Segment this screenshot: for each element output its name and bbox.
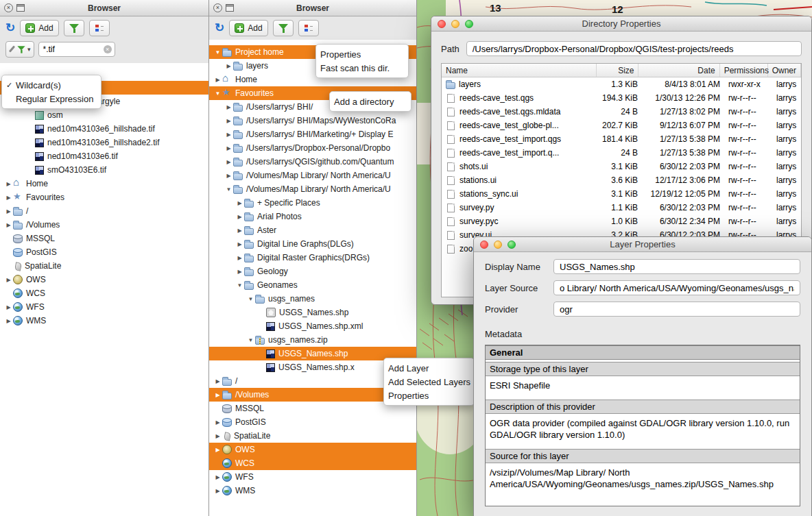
expander[interactable]: ▶ [4, 318, 13, 324]
expander[interactable]: ▶ [235, 255, 244, 261]
minimize-window-icon[interactable] [494, 241, 502, 249]
tree-item[interactable]: ▶ OWS [0, 273, 208, 286]
filter-input[interactable] [43, 45, 104, 54]
collapse-tree-button[interactable] [89, 20, 110, 36]
expander[interactable]: ▶ [235, 214, 244, 220]
tree-item[interactable]: ▶ /Users/larrys/ BHI/Maps/WyWestonCoRa [209, 114, 416, 127]
collapse-tree-button[interactable] [298, 20, 319, 36]
column-header-permissions[interactable]: Permissions [720, 64, 768, 77]
add-button[interactable]: Add [20, 20, 58, 36]
tree-item[interactable]: ▶ Geology [209, 265, 416, 278]
file-row[interactable]: shots.ui 3.1 KiB 6/30/12 2:03 PM rw-r--r… [442, 160, 801, 173]
expander[interactable]: ▶ [4, 277, 13, 283]
tree-item[interactable]: MSSQL [0, 232, 208, 245]
tree-item[interactable]: USGS_Names.shp.xml [209, 319, 416, 333]
tree-item[interactable]: ▶ /Users/larrys/ BHI/Marketing/+ Display… [209, 127, 416, 141]
tree-item[interactable]: ▶ Favourites [0, 191, 208, 204]
tree-item[interactable]: PostGIS [0, 245, 208, 259]
file-row[interactable]: survey.pyc 1.0 KiB 6/30/12 2:34 PM rw-r-… [442, 214, 801, 228]
float-window-icon[interactable] [16, 4, 25, 12]
expander[interactable]: ▼ [246, 337, 255, 343]
menu-item[interactable]: Fast scan this dir. [316, 61, 408, 75]
tree-item[interactable]: ▶ OWS [209, 443, 416, 456]
tree-item[interactable]: ▼ usgs_names.zip [209, 333, 416, 347]
float-window-icon[interactable] [226, 4, 234, 12]
zoom-window-icon[interactable] [465, 20, 473, 28]
tree-item[interactable]: ▶ WMS [0, 314, 208, 328]
clear-filter-icon[interactable] [104, 45, 112, 53]
expander[interactable]: ▶ [4, 304, 13, 310]
close-icon[interactable] [213, 3, 222, 12]
close-icon[interactable] [4, 3, 13, 12]
expander[interactable]: ▶ [224, 63, 233, 69]
tree-item[interactable]: smO43103E6.tif [0, 163, 208, 177]
tree-item[interactable]: ▶ Arial Photos [209, 210, 416, 223]
expander[interactable]: ▶ [235, 241, 244, 247]
close-window-icon[interactable] [438, 20, 446, 28]
expander[interactable]: ▶ [4, 222, 13, 228]
tree-item[interactable]: ▼ /Volumes/Map Library/ North America/U [209, 182, 416, 196]
expander[interactable]: ▶ [224, 145, 233, 151]
zoom-window-icon[interactable] [508, 241, 516, 249]
expander[interactable]: ▶ [224, 118, 233, 124]
tree-item[interactable]: ▶ WFS [209, 470, 416, 484]
expander[interactable]: ▶ [213, 474, 222, 480]
tree-item[interactable]: ▶ /Volumes/Map Library/ North America/U [209, 169, 416, 182]
menu-item[interactable]: Add Layer [384, 361, 474, 375]
tree-item[interactable]: ned10m43103e6_hillshade.tif [0, 122, 208, 136]
expander[interactable]: ▼ [224, 186, 233, 193]
file-row[interactable]: reeds-cave_test.qgs.mldata 24 B 1/27/13 … [442, 105, 801, 119]
expander[interactable]: ▶ [4, 195, 13, 201]
filter-options-button[interactable]: ▾ [5, 41, 34, 58]
file-row[interactable]: reeds-cave_test_import.q... 24 B 1/27/13… [442, 146, 801, 160]
menu-item[interactable]: ✓ Wildcard(s) [2, 78, 101, 92]
filter-button[interactable] [273, 20, 294, 36]
field-input[interactable] [553, 280, 800, 295]
tree-item[interactable]: ▶ /Users/larrys/QGIS/github.com/Quantum [209, 155, 416, 169]
close-window-icon[interactable] [480, 241, 488, 249]
column-header-name[interactable]: Name [442, 64, 597, 77]
tree-item[interactable]: ned10m43103e6_hillshade2.tif [0, 136, 208, 149]
tree-item[interactable]: ▶ Digital Raster Graphics(DRGs) [209, 251, 416, 265]
expander[interactable]: ▼ [235, 282, 244, 288]
tree-item[interactable]: ▶ WMS [209, 484, 416, 497]
expander[interactable]: ▶ [213, 419, 222, 426]
file-row[interactable]: reeds-cave_test_globe-pl... 202.7 KiB 9/… [442, 119, 801, 132]
tree-item[interactable]: ▶ WFS [0, 300, 208, 314]
filter-button[interactable] [64, 20, 84, 36]
expander[interactable]: ▶ [224, 104, 233, 110]
tree-item[interactable]: ▶ Home [0, 177, 208, 191]
expander[interactable]: ▶ [235, 269, 244, 275]
tree-item[interactable]: ▶ + Specific Places [209, 196, 416, 210]
tree-item[interactable]: ▼ usgs_names [209, 292, 416, 306]
path-input[interactable] [466, 41, 802, 56]
menu-item[interactable]: Regular Expression [2, 92, 101, 106]
expander[interactable]: ▶ [213, 392, 222, 398]
file-row[interactable]: reeds-cave_test_import.qgs 181.4 KiB 1/2… [442, 132, 801, 146]
expander[interactable]: ▼ [213, 49, 222, 56]
tree-item[interactable]: osm [0, 108, 208, 122]
tree-item[interactable]: WCS [209, 456, 416, 470]
expander[interactable]: ▶ [4, 181, 13, 187]
expander[interactable]: ▶ [224, 159, 233, 165]
column-header-owner[interactable]: Owner [768, 64, 801, 77]
minimize-window-icon[interactable] [451, 20, 459, 28]
expander[interactable]: ▶ [224, 173, 233, 179]
expander[interactable]: ▶ [224, 132, 233, 138]
tree-item[interactable]: ▶ PostGIS [209, 415, 416, 429]
menu-item[interactable]: Add a directory [330, 95, 411, 108]
tree-item[interactable]: USGS_Names.shp [209, 306, 416, 319]
expander[interactable]: ▶ [213, 378, 222, 384]
expander[interactable]: ▶ [213, 77, 222, 83]
expander[interactable]: ▼ [213, 90, 222, 97]
menu-item[interactable]: Add Selected Layers [384, 375, 474, 389]
tree-item[interactable]: ▶ / [0, 204, 208, 218]
tree-item[interactable]: ▼ Geonames [209, 278, 416, 292]
tree-item[interactable]: ▶ Aster [209, 223, 416, 237]
refresh-icon[interactable] [215, 21, 224, 35]
menu-item[interactable]: Properties [384, 389, 474, 402]
refresh-icon[interactable] [5, 21, 15, 35]
tree-item[interactable]: ned10m43103e6.tif [0, 149, 208, 163]
tree-item[interactable]: ▶ /Volumes [0, 218, 208, 232]
tree-item[interactable]: ▶ SpatiaLite [209, 429, 416, 443]
